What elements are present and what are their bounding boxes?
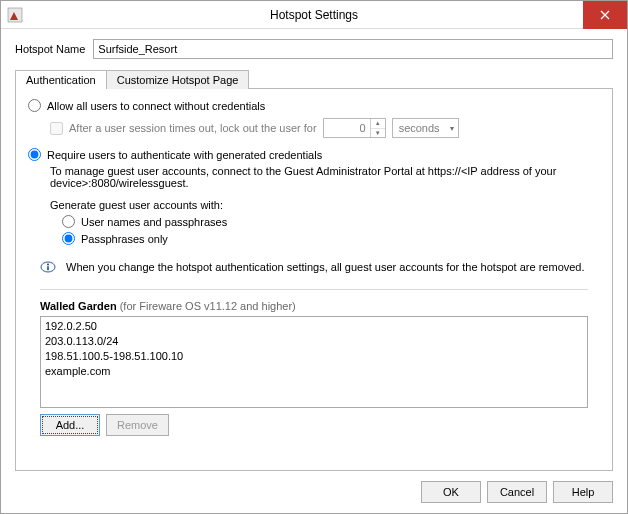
gen-userpass-row: User names and passphrases [62, 215, 600, 228]
hotspot-name-label: Hotspot Name [15, 43, 85, 55]
info-icon [40, 259, 56, 275]
tab-label: Customize Hotspot Page [117, 74, 239, 86]
walled-garden-buttons: Add... Remove [40, 414, 588, 436]
allow-all-row: Allow all users to connect without crede… [28, 99, 600, 112]
tab-label: Authentication [26, 74, 96, 86]
remove-button[interactable]: Remove [106, 414, 169, 436]
close-button[interactable] [583, 1, 627, 29]
svg-point-4 [47, 263, 49, 265]
spinner-down-icon[interactable]: ▼ [371, 129, 385, 138]
svg-rect-5 [47, 266, 49, 270]
generate-accounts-label: Generate guest user accounts with: [50, 199, 600, 211]
require-auth-label: Require users to authenticate with gener… [47, 149, 322, 161]
app-icon [7, 7, 23, 23]
walled-garden-heading: Walled Garden (for Fireware OS v11.12 an… [40, 300, 600, 312]
gen-passonly-row: Passphrases only [62, 232, 600, 245]
add-button-label: Add... [56, 419, 85, 431]
ok-button[interactable]: OK [421, 481, 481, 503]
list-item[interactable]: 192.0.2.50 [45, 319, 583, 334]
titlebar: Hotspot Settings [1, 1, 627, 29]
manage-portal-text: To manage guest user accounts, connect t… [50, 165, 600, 189]
dialog-footer: OK Cancel Help [1, 471, 627, 513]
tab-authentication[interactable]: Authentication [15, 70, 107, 89]
lockout-duration-spinner[interactable]: ▲ ▼ [323, 118, 386, 138]
chevron-down-icon: ▾ [450, 124, 454, 133]
add-button[interactable]: Add... [40, 414, 100, 436]
require-auth-radio[interactable] [28, 148, 41, 161]
ok-button-label: OK [443, 486, 459, 498]
tab-customize-hotspot[interactable]: Customize Hotspot Page [106, 70, 250, 89]
walled-garden-hint: (for Fireware OS v11.12 and higher) [120, 300, 296, 312]
list-item[interactable]: 203.0.113.0/24 [45, 334, 583, 349]
dialog-body: Hotspot Name Authentication Customize Ho… [1, 29, 627, 471]
walled-garden-label: Walled Garden [40, 300, 117, 312]
list-item[interactable]: 198.51.100.5-198.51.100.10 [45, 349, 583, 364]
cancel-button[interactable]: Cancel [487, 481, 547, 503]
lockout-duration-input[interactable] [324, 119, 370, 137]
hotspot-name-input[interactable] [93, 39, 613, 59]
tabstrip: Authentication Customize Hotspot Page [15, 69, 613, 88]
walled-garden-listbox[interactable]: 192.0.2.50203.0.113.0/24198.51.100.5-198… [40, 316, 588, 408]
allow-all-radio[interactable] [28, 99, 41, 112]
allow-all-label: Allow all users to connect without crede… [47, 100, 265, 112]
gen-passonly-radio[interactable] [62, 232, 75, 245]
lockout-row: After a user session times out, lock out… [50, 118, 600, 138]
hotspot-name-row: Hotspot Name [15, 39, 613, 59]
spinner-up-icon[interactable]: ▲ [371, 119, 385, 129]
lockout-label: After a user session times out, lock out… [69, 122, 317, 134]
spinner-arrows[interactable]: ▲ ▼ [370, 119, 385, 137]
gen-passonly-label: Passphrases only [81, 233, 168, 245]
gen-userpass-radio[interactable] [62, 215, 75, 228]
help-button-label: Help [572, 486, 595, 498]
separator [40, 289, 588, 290]
remove-button-label: Remove [117, 419, 158, 431]
close-icon [600, 10, 610, 20]
lockout-unit-value: seconds [399, 122, 440, 134]
gen-userpass-label: User names and passphrases [81, 216, 227, 228]
require-auth-row: Require users to authenticate with gener… [28, 148, 600, 161]
list-item[interactable]: example.com [45, 364, 583, 379]
warning-note: When you change the hotspot authenticati… [40, 259, 600, 275]
window-title: Hotspot Settings [1, 8, 627, 22]
help-button[interactable]: Help [553, 481, 613, 503]
lockout-checkbox [50, 122, 63, 135]
hotspot-settings-window: Hotspot Settings Hotspot Name Authentica… [0, 0, 628, 514]
tab-panel-authentication: Allow all users to connect without crede… [15, 88, 613, 471]
lockout-unit-select[interactable]: seconds ▾ [392, 118, 459, 138]
warning-note-text: When you change the hotspot authenticati… [66, 261, 585, 273]
cancel-button-label: Cancel [500, 486, 534, 498]
